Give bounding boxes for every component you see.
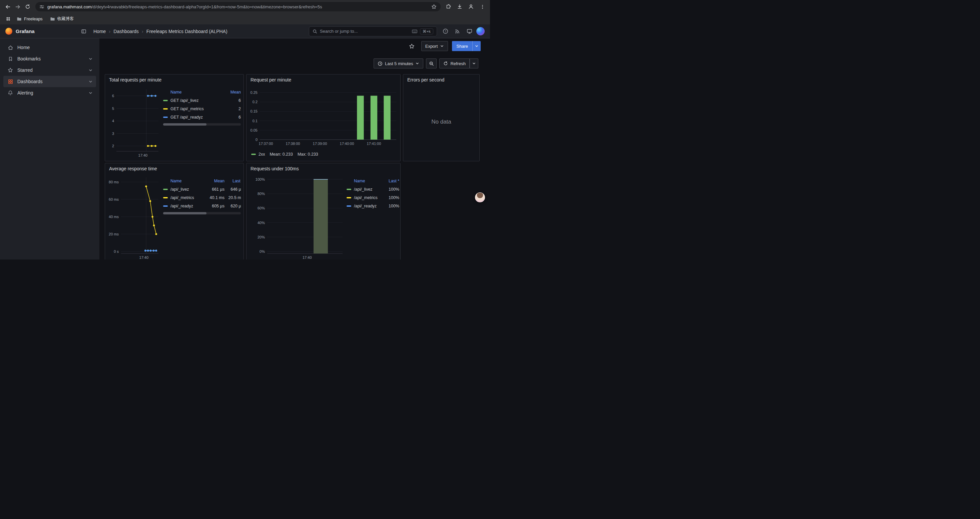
panel-request-per-minute: Request per minute 0.250.20.150.10.05017… bbox=[246, 74, 401, 161]
legend-table[interactable]: NameMeanLast */api/_livez661 µs646 µs/ap… bbox=[163, 177, 241, 211]
profile-icon[interactable] bbox=[466, 2, 476, 12]
url-path: /d/deytv4rwavabkb/freeleaps-metrics-dash… bbox=[92, 4, 322, 10]
back-button[interactable] bbox=[3, 2, 13, 12]
menu-dots-icon[interactable] bbox=[477, 2, 487, 12]
requests-under-100ms-chart[interactable]: 100%80%60%40%20%0%17:40 bbox=[248, 175, 345, 260]
extensions-icon[interactable] bbox=[443, 2, 453, 12]
export-button[interactable]: Export bbox=[421, 41, 448, 51]
search-shortcut-badge: ⌘+k bbox=[420, 29, 433, 34]
svg-text:2: 2 bbox=[112, 144, 114, 148]
grafana-logo[interactable] bbox=[5, 28, 12, 35]
header-icons: ? bbox=[440, 26, 485, 37]
sidebar-collapse-icon[interactable] bbox=[79, 26, 89, 37]
sidebar-item-home[interactable]: Home bbox=[3, 42, 96, 53]
svg-text:0.1: 0.1 bbox=[253, 119, 258, 123]
series-name[interactable]: 2xx bbox=[259, 152, 265, 156]
forward-button[interactable] bbox=[13, 2, 23, 12]
url-text: grafana.mathmast.com/d/deytv4rwavabkb/fr… bbox=[48, 4, 428, 10]
svg-text:17:40: 17:40 bbox=[302, 256, 312, 260]
sidebar-item-label: Home bbox=[18, 45, 30, 50]
panel-title[interactable]: Request per minute bbox=[247, 75, 400, 85]
series-mean: Mean: 0.233 bbox=[269, 152, 293, 156]
keyboard-icon bbox=[412, 29, 417, 34]
legend-table[interactable]: NameLast */api/_livez100%/api/_metrics10… bbox=[347, 177, 399, 211]
breadcrumb-dashboards[interactable]: Dashboards bbox=[113, 29, 139, 34]
browser-toolbar: grafana.mathmast.com/d/deytv4rwavabkb/fr… bbox=[0, 0, 490, 13]
dashboard-actions: Export Share bbox=[407, 41, 480, 51]
svg-text:60%: 60% bbox=[258, 206, 265, 210]
sidebar-item-label: Starred bbox=[18, 67, 33, 73]
bookmark-star-icon[interactable] bbox=[431, 4, 437, 10]
downloads-icon[interactable] bbox=[455, 2, 465, 12]
legend-table[interactable]: NameMeanGET /api/_livez6GET /api/_metric… bbox=[163, 88, 241, 122]
home-icon bbox=[7, 45, 13, 50]
legend-scrollbar[interactable] bbox=[163, 123, 241, 126]
site-settings-icon[interactable] bbox=[39, 4, 45, 10]
svg-text:17:39:00: 17:39:00 bbox=[313, 142, 327, 145]
panel-title[interactable]: Errors per second bbox=[403, 75, 479, 85]
sidebar-item-bookmarks[interactable]: Bookmarks bbox=[3, 53, 96, 64]
search-input[interactable] bbox=[320, 29, 409, 34]
news-rss-icon[interactable] bbox=[452, 26, 462, 37]
address-bar[interactable]: grafana.mathmast.com/d/deytv4rwavabkb/fr… bbox=[35, 2, 441, 11]
svg-text:0 s: 0 s bbox=[114, 249, 119, 254]
url-domain: grafana.mathmast.com bbox=[48, 4, 92, 10]
chevron-down-icon[interactable] bbox=[88, 68, 93, 72]
refresh-interval-caret[interactable] bbox=[470, 58, 478, 69]
help-icon[interactable]: ? bbox=[440, 26, 450, 37]
sidebar-item-label: Alerting bbox=[18, 90, 33, 96]
svg-text:0.15: 0.15 bbox=[250, 109, 258, 113]
request-per-minute-chart[interactable]: 0.250.20.150.10.05017:37:0017:38:0017:39… bbox=[248, 86, 399, 148]
favorite-star-icon[interactable] bbox=[407, 41, 417, 51]
svg-text:100%: 100% bbox=[256, 177, 265, 181]
sidebar-item-label: Bookmarks bbox=[18, 56, 41, 61]
header-left: Grafana bbox=[5, 26, 89, 37]
sidebar-item-starred[interactable]: Starred bbox=[3, 64, 96, 76]
search-box[interactable]: ⌘+k bbox=[309, 26, 437, 37]
breadcrumb-current: Freeleaps Metrics Dashboard (ALPHA) bbox=[146, 29, 228, 34]
dashboards-icon bbox=[7, 79, 13, 84]
scrollbar-thumb[interactable] bbox=[163, 212, 207, 214]
sidebar-item-alerting[interactable]: Alerting bbox=[3, 87, 96, 99]
refresh-button[interactable]: Refresh bbox=[439, 58, 470, 69]
bookmark-folder-blogs[interactable]: 收藏博客 bbox=[48, 15, 77, 23]
time-range-label: Last 5 minutes bbox=[385, 61, 413, 66]
legend-scrollbar[interactable] bbox=[163, 212, 241, 214]
export-label: Export bbox=[425, 44, 438, 49]
user-avatar[interactable] bbox=[476, 27, 485, 35]
svg-text:17:41:00: 17:41:00 bbox=[367, 142, 381, 145]
panel-requests-under-100ms: Requests under 100ms 100%80%60%40%20%0%1… bbox=[246, 163, 401, 260]
refresh-icon bbox=[443, 61, 448, 66]
panel-average-response-time: Average response time 80 ms60 ms40 ms20 … bbox=[105, 163, 244, 260]
share-button[interactable]: Share bbox=[452, 41, 473, 51]
legend-series[interactable]: 2xx bbox=[251, 152, 265, 156]
share-split-button: Share bbox=[452, 41, 480, 51]
panel-title[interactable]: Total requests per minute bbox=[105, 75, 243, 85]
apps-grid-icon[interactable] bbox=[4, 15, 12, 23]
zoom-out-button[interactable] bbox=[426, 58, 437, 69]
total-requests-chart[interactable]: 6543217:40 bbox=[107, 86, 161, 160]
monitor-icon[interactable] bbox=[464, 26, 474, 37]
chevron-down-icon[interactable] bbox=[88, 80, 93, 84]
breadcrumb-home[interactable]: Home bbox=[94, 29, 106, 34]
bell-icon bbox=[7, 90, 13, 96]
panel-title[interactable]: Requests under 100ms bbox=[247, 163, 400, 174]
bookmark-folder-freeleaps[interactable]: Freeleaps bbox=[14, 16, 45, 22]
floating-assistant-avatar[interactable] bbox=[475, 192, 485, 203]
panel-title[interactable]: Average response time bbox=[105, 163, 243, 174]
share-dropdown-caret[interactable] bbox=[473, 41, 480, 51]
svg-text:60 ms: 60 ms bbox=[109, 197, 119, 201]
time-range-picker[interactable]: Last 5 minutes bbox=[374, 58, 424, 69]
svg-text:17:40: 17:40 bbox=[139, 256, 149, 260]
svg-text:17:37:00: 17:37:00 bbox=[259, 142, 273, 145]
average-response-time-chart[interactable]: 80 ms60 ms40 ms20 ms0 s17:40 bbox=[107, 175, 161, 260]
sidebar-item-dashboards[interactable]: Dashboards bbox=[3, 76, 96, 87]
scrollbar-thumb[interactable] bbox=[163, 123, 207, 126]
reload-button[interactable] bbox=[23, 2, 33, 12]
chevron-down-icon[interactable] bbox=[88, 91, 93, 95]
svg-text:17:38:00: 17:38:00 bbox=[286, 142, 300, 145]
no-data-message: No data bbox=[403, 118, 479, 125]
svg-text:40%: 40% bbox=[258, 221, 265, 225]
breadcrumb: Home › Dashboards › Freeleaps Metrics Da… bbox=[94, 29, 228, 34]
chevron-down-icon[interactable] bbox=[88, 57, 93, 61]
